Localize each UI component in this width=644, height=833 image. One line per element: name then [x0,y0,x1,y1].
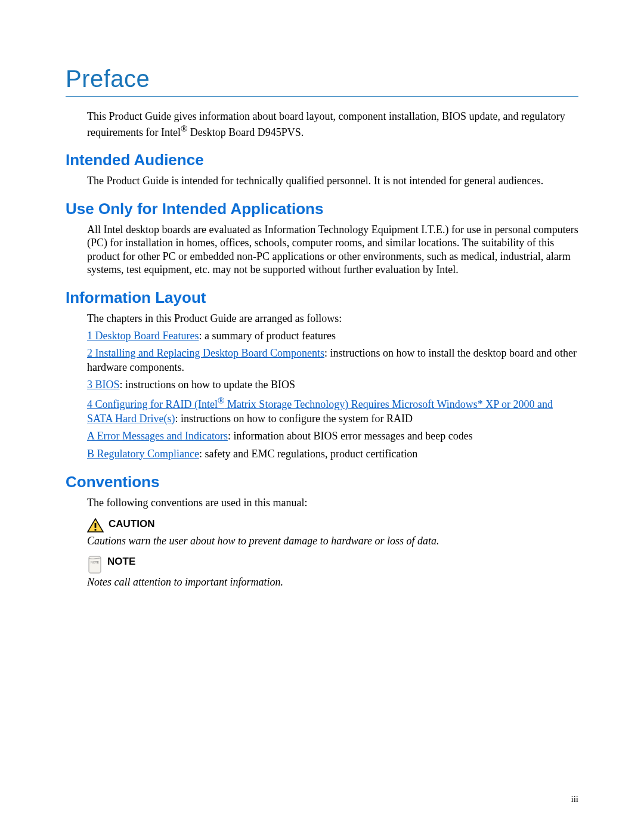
heading-use-only: Use Only for Intended Applications [66,200,578,218]
note-row: NOTE NOTE [87,556,578,574]
link-bios[interactable]: 3 BIOS [87,379,120,391]
link-desktop-board-features[interactable]: 1 Desktop Board Features [87,330,199,342]
caution-icon [87,518,104,532]
page-number: iii [571,794,578,804]
conventions-intro: The following conventions are used in th… [87,496,578,510]
layout-item-1-rest: : a summary of product features [199,330,335,342]
document-page: Preface This Product Guide gives informa… [0,0,644,833]
caution-label: CAUTION [109,518,154,530]
caution-row: CAUTION [87,518,578,532]
layout-item-3-rest: : instructions on how to update the BIOS [120,379,295,391]
information-layout-block: The chapters in this Product Guide are a… [87,312,578,462]
heading-intended-audience: Intended Audience [66,151,578,169]
heading-conventions: Conventions [66,473,578,491]
intro-text-1: This Product Guide gives information abo… [87,110,565,138]
layout-item-1: 1 Desktop Board Features: a summary of p… [87,329,578,343]
page-title: Preface [66,66,578,92]
link-regulatory-compliance[interactable]: B Regulatory Compliance [87,448,199,460]
layout-item-6: B Regulatory Compliance: safety and EMC … [87,447,578,461]
use-only-text: All Intel desktop boards are evaluated a… [87,223,578,277]
heading-information-layout: Information Layout [66,289,578,307]
note-label: NOTE [107,556,135,568]
note-text: Notes call attention to important inform… [87,576,578,589]
layout-item-4-rest: : instructions on how to configure the s… [175,413,413,425]
intro-block: This Product Guide gives information abo… [87,110,578,139]
link-installing-replacing[interactable]: 2 Installing and Replacing Desktop Board… [87,347,324,359]
intro-paragraph: This Product Guide gives information abo… [87,110,578,139]
intended-audience-block: The Product Guide is intended for techni… [87,174,578,188]
note-icon: NOTE [87,556,103,574]
layout-item-6-rest: : safety and EMC regulations, product ce… [199,448,417,460]
layout-item-4: 4 Configuring for RAID (Intel® Matrix St… [87,395,578,426]
layout-item-5-rest: : information about BIOS error messages … [228,430,473,442]
svg-rect-2 [95,529,97,531]
svg-text:NOTE: NOTE [91,561,100,564]
link-error-messages[interactable]: A Error Messages and Indicators [87,430,228,442]
link-raid-pre: 4 Configuring for RAID (Intel [87,398,218,410]
intro-text-2: Desktop Board D945PVS. [187,126,304,138]
layout-item-3: 3 BIOS: instructions on how to update th… [87,378,578,392]
svg-rect-1 [95,523,97,528]
registered-mark: ® [181,124,187,134]
use-only-block: All Intel desktop boards are evaluated a… [87,223,578,277]
layout-item-2: 2 Installing and Replacing Desktop Board… [87,346,578,374]
registered-mark-2: ® [218,396,224,405]
layout-item-5: A Error Messages and Indicators: informa… [87,429,578,443]
conventions-block: The following conventions are used in th… [87,496,578,589]
title-rule [66,96,578,97]
intended-audience-text: The Product Guide is intended for techni… [87,174,578,188]
caution-text: Cautions warn the user about how to prev… [87,535,578,547]
layout-intro: The chapters in this Product Guide are a… [87,312,578,326]
